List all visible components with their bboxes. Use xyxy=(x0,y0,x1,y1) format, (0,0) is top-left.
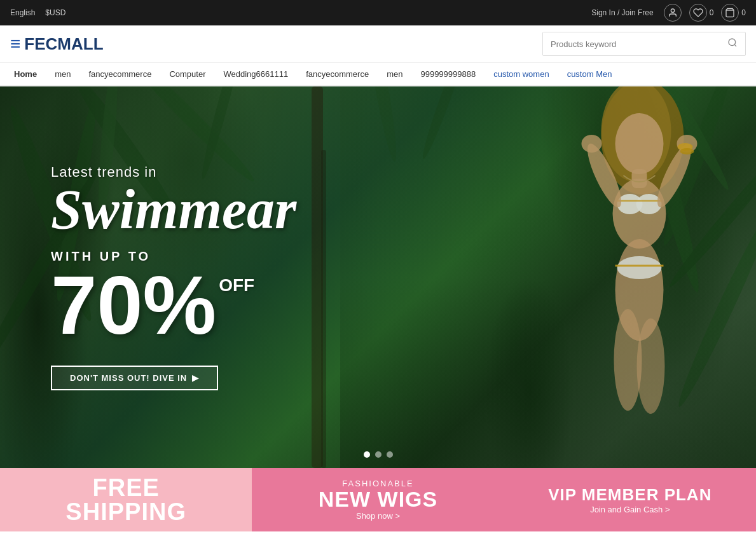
nav: Home men fancyecommerce Computer Wedding… xyxy=(0,63,756,86)
hero-banner: Latest trends in Swimmear WITH UP TO 70%… xyxy=(0,86,756,468)
svg-point-38 xyxy=(680,148,694,154)
hero-cta-button[interactable]: DON'T MISS OUT! DIVE IN ▶ xyxy=(51,366,218,390)
nav-item-numbers[interactable]: 999999999888 xyxy=(411,63,485,85)
nav-item-custom-men[interactable]: custom Men xyxy=(558,63,621,85)
language-selector[interactable]: English xyxy=(10,8,35,17)
promo-vip-subtitle: Join and Gain Cash > xyxy=(590,505,670,514)
cta-arrow-icon: ▶ xyxy=(192,373,199,383)
top-bar-icons: 0 0 xyxy=(664,4,746,22)
carousel-dot-2[interactable] xyxy=(375,451,381,458)
svg-point-0 xyxy=(671,9,674,12)
logo-icon: ≡ xyxy=(10,34,20,54)
nav-item-fancyecommerce1[interactable]: fancyecommerce xyxy=(79,63,160,85)
user-icon-wrap[interactable] xyxy=(664,4,682,22)
promo-banner-wigs[interactable]: Fashionable NEW WIGS Shop now > xyxy=(252,468,504,531)
top-bar: English $USD Sign In / Join Free xyxy=(0,0,756,25)
nav-item-custom-women[interactable]: custom women xyxy=(485,63,558,85)
nav-item-men[interactable]: men xyxy=(46,63,79,85)
user-icon xyxy=(664,4,682,22)
svg-point-30 xyxy=(582,135,602,153)
search-input[interactable] xyxy=(543,32,721,55)
logo[interactable]: ≡ FECMALL xyxy=(10,34,104,54)
hero-off-text: OFF xyxy=(219,277,254,294)
search-button[interactable] xyxy=(721,38,744,50)
currency-selector[interactable]: $USD xyxy=(45,8,65,17)
nav-item-wedding[interactable]: Wedding6661111 xyxy=(214,63,297,85)
nav-item-men2[interactable]: men xyxy=(378,63,411,85)
carousel-dot-1[interactable] xyxy=(364,451,370,458)
search-bar xyxy=(542,32,746,56)
svg-line-3 xyxy=(734,45,736,46)
promo-vip-title: VIP MEMBER PLAN xyxy=(548,485,711,505)
cart-icon-wrap[interactable]: 0 xyxy=(721,4,746,22)
hero-model-area xyxy=(340,86,756,468)
logo-text: FECMALL xyxy=(24,34,103,54)
top-bar-right: Sign In / Join Free 0 xyxy=(591,4,746,22)
promo-banner-free-shipping[interactable]: FREE SHIPPING xyxy=(0,468,252,531)
svg-point-33 xyxy=(617,256,662,279)
wishlist-icon-wrap[interactable]: 0 xyxy=(689,4,714,22)
carousel-dot-3[interactable] xyxy=(387,451,393,458)
svg-point-36 xyxy=(637,318,665,414)
heart-icon xyxy=(689,4,707,22)
hero-percent-number: 70% xyxy=(51,264,216,346)
cart-count: 0 xyxy=(741,8,746,17)
signin-link[interactable]: Sign In / Join Free xyxy=(591,8,653,17)
svg-point-2 xyxy=(729,39,736,46)
promo-wigs-title: NEW WIGS xyxy=(319,488,437,510)
nav-item-fancyecommerce2[interactable]: fancyecommerce xyxy=(297,63,378,85)
svg-point-22 xyxy=(615,113,664,174)
nav-item-computer[interactable]: Computer xyxy=(160,63,214,85)
promo-banner-vip[interactable]: VIP MEMBER PLAN Join and Gain Cash > xyxy=(504,468,756,531)
wishlist-count: 0 xyxy=(710,8,714,17)
promo-shipping-line2: SHIPPING xyxy=(65,500,186,524)
header: ≡ FECMALL xyxy=(0,25,756,63)
promo-banners: FREE SHIPPING Fashionable NEW WIGS Shop … xyxy=(0,468,756,531)
carousel-dots xyxy=(364,451,393,458)
promo-wigs-link[interactable]: Shop now > xyxy=(356,511,400,521)
top-bar-left: English $USD xyxy=(10,8,65,17)
hero-cta-label: DON'T MISS OUT! DIVE IN xyxy=(70,373,187,383)
cart-icon xyxy=(721,4,739,22)
nav-item-home[interactable]: Home xyxy=(5,63,46,85)
model-svg xyxy=(535,86,743,468)
svg-point-24 xyxy=(613,179,666,249)
promo-shipping-line1: FREE xyxy=(92,476,159,500)
